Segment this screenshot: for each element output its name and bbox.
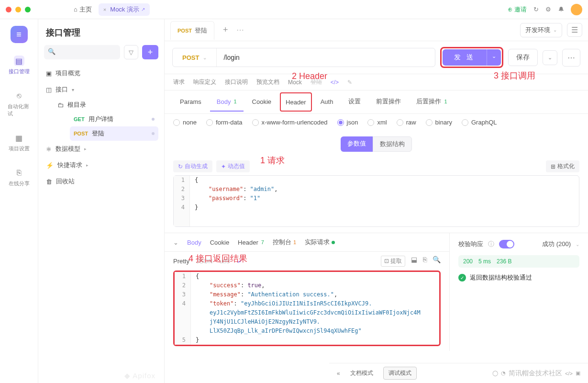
chevron-down-icon[interactable]: ⌄ <box>576 242 579 247</box>
avatar[interactable] <box>571 4 582 15</box>
rail-share[interactable]: ⎘ 在线分享 <box>5 165 33 190</box>
subtab-preview[interactable]: 预览文档 <box>256 78 279 86</box>
rail-auto-test[interactable]: ⎋ 自动化测试 <box>5 88 33 120</box>
resp-tab-real[interactable]: 实际请求 <box>305 238 335 247</box>
tree-item-login[interactable]: POST登陆 <box>70 126 158 141</box>
wrap-icon[interactable]: ⤶ <box>236 258 242 265</box>
api-icon: ▤ <box>14 56 24 66</box>
subtab-gen[interactable]: 登陆 <box>311 78 322 86</box>
type-raw[interactable]: raw <box>397 119 416 126</box>
app-logo[interactable]: ≡ <box>11 26 28 43</box>
panel-toggle[interactable]: ☰ <box>567 23 582 37</box>
param-value-tab[interactable]: 参数值 <box>341 136 373 152</box>
request-body-editor[interactable]: 1{ 2 "username": "admin", 3 "password": … <box>173 175 579 227</box>
extract-button[interactable]: ⊡ 提取 <box>381 256 405 267</box>
doc-mode[interactable]: 文档模式 <box>345 367 378 380</box>
method-select[interactable]: POST⌄ <box>173 48 217 67</box>
home-tab[interactable]: ⌂ 主页 <box>69 3 97 16</box>
collapse-left-icon[interactable]: « <box>337 370 340 377</box>
url-input[interactable]: POST⌄ /login <box>172 48 435 67</box>
project-tab[interactable]: × Mock 演示 ↗ <box>99 3 150 16</box>
tab-params[interactable]: Params <box>173 92 208 112</box>
url-path[interactable]: /login <box>217 54 435 61</box>
format-button[interactable]: ⊞ 格式化 <box>546 160 579 172</box>
clock-icon[interactable]: ◔ <box>501 370 506 376</box>
more-button[interactable]: ⋯ <box>562 49 580 67</box>
resp-tab-header[interactable]: Header 7 <box>238 239 264 246</box>
type-json[interactable]: json <box>337 119 358 126</box>
tab-cookie[interactable]: Cookie <box>245 92 278 112</box>
tab-header[interactable]: Header <box>280 92 312 112</box>
filter-button[interactable]: ▽ <box>124 45 138 59</box>
subtab-mock[interactable]: Mock <box>288 78 302 86</box>
type-xml[interactable]: xml <box>367 119 387 126</box>
save-button[interactable]: 保存 <box>508 49 538 66</box>
sync-icon[interactable]: ↻ <box>533 6 539 13</box>
type-graphql[interactable]: GraphQL <box>462 119 497 126</box>
tab-auth[interactable]: Auth <box>314 92 340 112</box>
success-status[interactable]: 成功 (200) <box>542 240 571 248</box>
rail-api[interactable]: ▤ 接口管理 <box>5 53 33 78</box>
settings-icon[interactable]: ⚙ <box>545 6 551 13</box>
circle-icon[interactable]: ◯ <box>492 370 498 376</box>
close-icon[interactable]: × <box>103 7 106 12</box>
tab-body[interactable]: Body1 <box>210 92 244 112</box>
subtab-doc[interactable]: 接口说明 <box>225 78 248 86</box>
tab-pre[interactable]: 前置操作 <box>369 92 408 112</box>
window-controls[interactable] <box>6 7 31 12</box>
resp-tab-cookie[interactable]: Cookie <box>210 239 229 246</box>
sidebar-models[interactable]: ⚛数据模型 ▸ <box>44 141 158 157</box>
pretty-toggle[interactable]: Pretty <box>173 258 189 265</box>
rail-project-settings[interactable]: ▦ 项目设置 <box>5 130 33 155</box>
send-dropdown[interactable]: ⌄ <box>487 49 501 66</box>
json-toggle[interactable]: JSON <box>196 258 213 265</box>
sidebar-quick[interactable]: ⚡快捷请求 ▸ <box>44 157 158 173</box>
type-none[interactable]: none <box>173 119 197 126</box>
type-urlencoded[interactable]: x-www-form-urlencoded <box>252 119 328 126</box>
auto-gen-button[interactable]: ↻ 自动生成 <box>173 160 212 172</box>
check-icon: ✓ <box>458 274 466 282</box>
tab-post[interactable]: 后置操作1 <box>410 92 454 112</box>
tree-item-user-detail[interactable]: GET用户详情 <box>70 112 158 126</box>
terminal-icon[interactable]: ▣ <box>576 370 580 376</box>
new-tab-button[interactable]: + <box>219 25 232 35</box>
tab-settings[interactable]: 设置 <box>342 92 367 112</box>
send-button[interactable]: 发 送 <box>443 49 487 66</box>
tab-menu[interactable]: ⋯ <box>236 25 244 34</box>
maximize-window[interactable] <box>25 7 31 12</box>
verify-toggle[interactable] <box>499 240 514 248</box>
search-icon[interactable]: 🔍 <box>433 256 441 267</box>
invite-button[interactable]: ⊕ 邀请 <box>508 5 527 14</box>
search-input[interactable]: 🔍 <box>44 45 120 59</box>
edit-icon[interactable]: ✎ <box>347 78 352 86</box>
environment-select[interactable]: 开发环境⌄ <box>520 23 562 37</box>
subtab-response-def[interactable]: 响应定义 <box>193 78 216 86</box>
type-form[interactable]: form-data <box>206 119 243 126</box>
status-size: 236 B <box>497 258 511 265</box>
resp-tab-console[interactable]: 控制台 1 <box>273 238 296 247</box>
response-body-viewer[interactable]: 1{ 2 "success": true, 3 "message": "Auth… <box>175 272 439 345</box>
sidebar-overview[interactable]: ▣项目概览 <box>44 65 158 81</box>
dynamic-val-button[interactable]: ✦ 动态值 <box>216 160 250 172</box>
code-icon[interactable]: </> <box>565 371 573 376</box>
type-binary[interactable]: binary <box>426 119 452 126</box>
bell-icon[interactable]: 🔔︎ <box>558 6 564 13</box>
add-button[interactable]: + <box>142 45 158 59</box>
sidebar-api-group[interactable]: ◫接口 ▾ <box>44 81 158 98</box>
tree-root-folder[interactable]: 🗀根目录 <box>54 98 158 112</box>
request-tab-login[interactable]: POST 登陆 <box>170 21 214 40</box>
info-icon[interactable]: ⓘ <box>488 240 494 248</box>
download-icon[interactable]: ⬓ <box>411 256 417 267</box>
close-window[interactable] <box>6 7 11 12</box>
minimize-window[interactable] <box>15 7 21 12</box>
copy-icon[interactable]: ⎘ <box>423 256 427 267</box>
debug-mode[interactable]: 调试模式 <box>383 367 417 380</box>
resp-tab-body[interactable]: Body <box>187 239 201 246</box>
subtab-request[interactable]: 请求 <box>173 78 185 86</box>
sidebar-recycle[interactable]: 🗑回收站 <box>44 173 158 190</box>
code-icon[interactable]: </> <box>331 78 339 86</box>
collapse-icon[interactable]: ⌄ <box>173 239 178 246</box>
data-struct-tab[interactable]: 数据结构 <box>373 136 412 152</box>
save-dropdown[interactable]: ⌄ <box>543 50 557 65</box>
utf8-toggle[interactable]: utf8 <box>220 258 230 265</box>
